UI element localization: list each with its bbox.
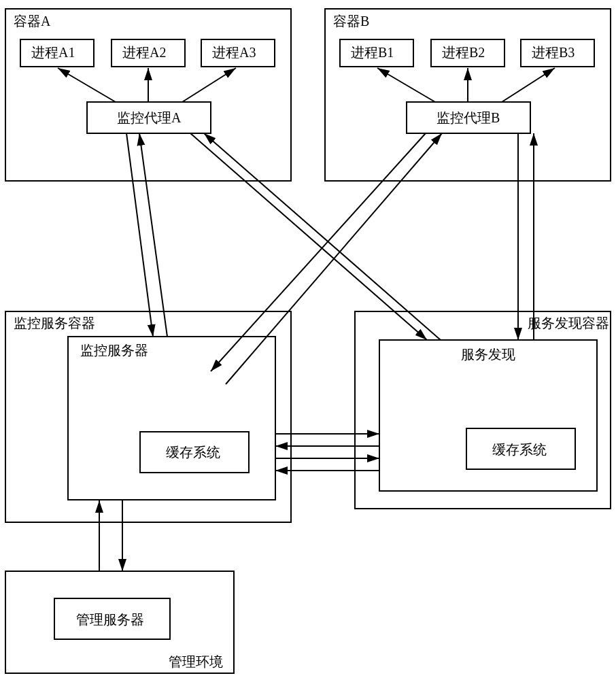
monitor-cache-label: 缓存系统: [166, 445, 220, 460]
process-b1-label: 进程B1: [351, 45, 394, 60]
arrow-agent-a-to-a1: [58, 68, 116, 102]
architecture-diagram: 容器A 进程A1 进程A2 进程A3 监控代理A 容器B 进程B1 进程B2 进…: [0, 0, 616, 680]
service-discovery-label: 服务发现: [461, 347, 515, 362]
monitor-agent-b-label: 监控代理B: [437, 110, 500, 125]
process-b2-label: 进程B2: [442, 45, 485, 60]
monitor-agent-a-label: 监控代理A: [117, 110, 182, 125]
monitor-service-container: 监控服务容器 监控服务器 缓存系统: [5, 311, 291, 522]
arrow-agent-b-to-monitor-server: [211, 133, 426, 371]
container-a: 容器A 进程A1 进程A2 进程A3 监控代理A: [5, 9, 291, 181]
svg-rect-3: [355, 311, 611, 509]
process-a2-label: 进程A2: [122, 45, 166, 60]
service-discovery-container-title: 服务发现容器: [528, 316, 609, 330]
arrow-service-discovery-to-agent-a: [204, 133, 441, 340]
arrow-monitor-server-to-agent-a: [139, 133, 167, 337]
service-cache-label: 缓存系统: [492, 442, 547, 457]
container-a-title: 容器A: [14, 14, 51, 29]
process-a3-label: 进程A3: [212, 45, 256, 60]
service-discovery-container: 服务发现容器 服务发现 缓存系统: [355, 311, 611, 509]
process-b3-label: 进程B3: [532, 45, 575, 60]
monitor-server-box: [68, 337, 275, 500]
container-b: 容器B 进程B1 进程B2 进程B3 监控代理B: [325, 9, 611, 181]
process-a1-label: 进程A1: [31, 45, 75, 60]
container-b-title: 容器B: [333, 14, 369, 29]
management-server-label: 管理服务器: [76, 612, 144, 627]
management-env-title: 管理环境: [169, 654, 223, 669]
svg-rect-2: [5, 311, 291, 522]
service-discovery-box: [379, 340, 597, 491]
monitor-server-label: 监控服务器: [80, 343, 148, 358]
arrow-agent-a-to-monitor-server: [126, 133, 153, 337]
arrow-agent-a-to-a3: [182, 68, 236, 102]
management-env: 管理环境 管理服务器: [5, 571, 234, 673]
arrow-agent-a-to-service-discovery: [190, 133, 427, 340]
arrow-monitor-server-to-agent-b: [226, 133, 442, 384]
arrow-agent-b-to-b1: [377, 68, 435, 102]
monitor-service-container-title: 监控服务容器: [14, 316, 95, 330]
arrow-agent-b-to-b3: [502, 68, 555, 102]
